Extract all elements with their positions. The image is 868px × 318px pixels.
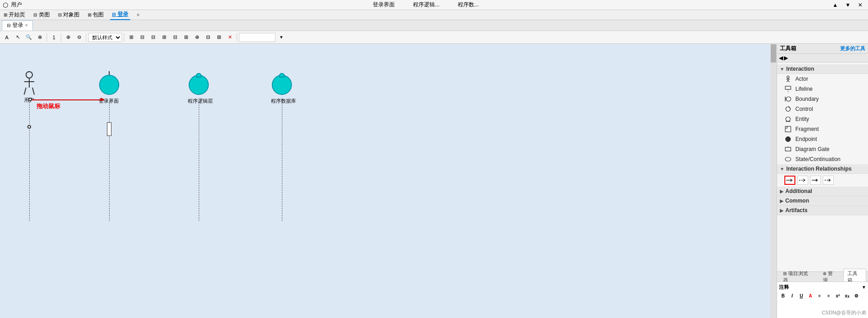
- rel-icon-create[interactable]: [810, 176, 821, 185]
- notes-underline[interactable]: U: [797, 292, 805, 300]
- scrollbar-thumb[interactable]: [771, 44, 776, 63]
- notes-list1[interactable]: ≡: [815, 292, 824, 300]
- title-tab-3[interactable]: 程序数...: [458, 1, 479, 9]
- tool-btn5[interactable]: ⊟: [148, 32, 158, 42]
- item-control-label: Control: [795, 106, 813, 112]
- actor-lifeline: [29, 102, 30, 221]
- title-tab-2[interactable]: 程序逻辑...: [413, 1, 439, 9]
- tool-btn7[interactable]: ⊟: [170, 32, 180, 42]
- nav-right-icon[interactable]: ▶: [784, 55, 788, 61]
- menu-class[interactable]: ⊟ 类图: [32, 10, 51, 20]
- align-btn[interactable]: ⊞: [126, 32, 136, 42]
- tab-login[interactable]: ⊟ 登录 ×: [2, 21, 33, 31]
- item-state-continuation-label: State/Continuation: [795, 156, 841, 162]
- maximize-icon[interactable]: ▼: [842, 1, 853, 9]
- tool-btn6[interactable]: ⊞: [159, 32, 169, 42]
- item-entity[interactable]: Entity: [777, 114, 868, 124]
- tool-btn9[interactable]: ⊕: [192, 32, 202, 42]
- zoom-in-btn[interactable]: ⊕: [63, 32, 73, 42]
- more-tools-link[interactable]: 更多的工具: [840, 45, 865, 52]
- minimize-icon[interactable]: ▲: [830, 1, 841, 9]
- zoom-out-btn[interactable]: ⊖: [74, 32, 84, 42]
- item-control[interactable]: Control: [777, 104, 868, 114]
- search-input[interactable]: [239, 33, 275, 42]
- item-endpoint-label: Endpoint: [795, 136, 817, 142]
- item-diagram-gate[interactable]: Diagram Gate: [777, 144, 868, 154]
- actor-arms: [24, 81, 34, 82]
- start-icon: ⊞: [4, 12, 7, 17]
- endpoint-icon: [784, 136, 792, 143]
- section-artifacts[interactable]: ▶ Artifacts: [777, 206, 868, 215]
- menu-package[interactable]: ⊞ 包图: [86, 10, 106, 20]
- nav-left-icon[interactable]: ◀: [779, 55, 783, 61]
- menu-login[interactable]: ⊟ 登录: [110, 10, 130, 20]
- section-additional-label: Additional: [785, 188, 812, 194]
- title-tab-1[interactable]: 登录界面: [373, 1, 395, 9]
- watermark: CSDN@谷哥的小弟: [822, 309, 866, 316]
- lifeline2-label: 程序逻辑层: [182, 98, 218, 104]
- menu-close[interactable]: ×: [135, 11, 142, 19]
- zoom-btn[interactable]: 🔍: [24, 32, 34, 42]
- package-icon: ⊞: [88, 12, 91, 17]
- vertical-scrollbar[interactable]: [770, 44, 777, 318]
- item-entity-label: Entity: [795, 116, 809, 122]
- toolbox-content: ▼ Interaction Actor: [777, 63, 868, 271]
- select-btn[interactable]: ↖: [13, 32, 23, 42]
- close-icon[interactable]: ✕: [855, 1, 865, 9]
- sep1: [47, 33, 47, 42]
- svg-rect-17: [785, 157, 791, 161]
- item-endpoint[interactable]: Endpoint: [777, 134, 868, 144]
- svg-point-0: [787, 76, 789, 78]
- boundary-icon: [784, 95, 792, 103]
- section-interaction[interactable]: ▼ Interaction: [777, 64, 868, 74]
- tool-btn11[interactable]: ⊞: [214, 32, 224, 42]
- lifeline3-line: [282, 102, 282, 221]
- section-common-label: Common: [785, 198, 809, 204]
- svg-line-3: [787, 80, 788, 82]
- style-select[interactable]: 默认样式: [88, 33, 122, 42]
- notes-color[interactable]: A: [806, 292, 815, 300]
- item-actor[interactable]: Actor: [777, 74, 868, 84]
- rel-icon-destroy[interactable]: [823, 176, 834, 185]
- title-bar-user: 用户: [11, 1, 22, 9]
- item-state-continuation[interactable]: State/Continuation: [777, 154, 868, 164]
- notes-list2[interactable]: ≡: [825, 292, 833, 300]
- section-relationships[interactable]: ▼ Interaction Relationships: [777, 164, 868, 174]
- lifeline-icon: [784, 85, 792, 93]
- item-lifeline[interactable]: Lifeline: [777, 84, 868, 94]
- tab-close-icon[interactable]: ×: [25, 23, 28, 28]
- item-boundary[interactable]: Boundary: [777, 94, 868, 104]
- tool-btn4[interactable]: ⊟: [137, 32, 147, 42]
- notes-settings[interactable]: ⚙: [852, 292, 860, 300]
- menu-start[interactable]: ⊞ 开始页: [2, 10, 27, 20]
- canvas-area[interactable]: 用户 登录界面 程序逻辑层: [0, 44, 777, 318]
- svg-line-4: [788, 80, 789, 82]
- item-boundary-label: Boundary: [795, 96, 819, 102]
- notes-bold[interactable]: B: [779, 292, 787, 300]
- notes-collapse-icon[interactable]: ▼: [862, 285, 866, 290]
- title-tabs: 登录界面 程序逻辑... 程序数...: [22, 1, 830, 9]
- filter-icon[interactable]: ▾: [276, 32, 286, 42]
- notes-subscript[interactable]: x₂: [843, 292, 851, 300]
- relationship-icons-row: [777, 174, 868, 187]
- tool-btn3[interactable]: ⊕: [35, 32, 45, 42]
- tool-btn8[interactable]: ⊞: [181, 32, 191, 42]
- notes-italic[interactable]: I: [788, 292, 796, 300]
- arrow-start-dot: [28, 98, 32, 101]
- title-bar-left: ⬡ 用户: [3, 1, 22, 9]
- lifeline3-label: 程序数据库: [265, 98, 302, 104]
- section-common[interactable]: ▶ Common: [777, 196, 868, 206]
- item-fragment[interactable]: Fragment: [777, 124, 868, 134]
- tool-btn10[interactable]: ⊟: [203, 32, 213, 42]
- svg-rect-13: [785, 126, 791, 132]
- svg-rect-15: [785, 147, 791, 151]
- rel-icon-message[interactable]: [784, 176, 795, 185]
- section-additional[interactable]: ▶ Additional: [777, 187, 868, 196]
- font-btn[interactable]: A: [2, 32, 12, 42]
- delete-btn[interactable]: ✕: [225, 32, 235, 42]
- sep5: [237, 33, 237, 42]
- menu-object[interactable]: ⊟ 对象图: [56, 10, 81, 20]
- notes-superscript[interactable]: x²: [834, 292, 842, 300]
- number-btn[interactable]: 1: [49, 32, 59, 42]
- rel-icon-return[interactable]: [797, 176, 808, 185]
